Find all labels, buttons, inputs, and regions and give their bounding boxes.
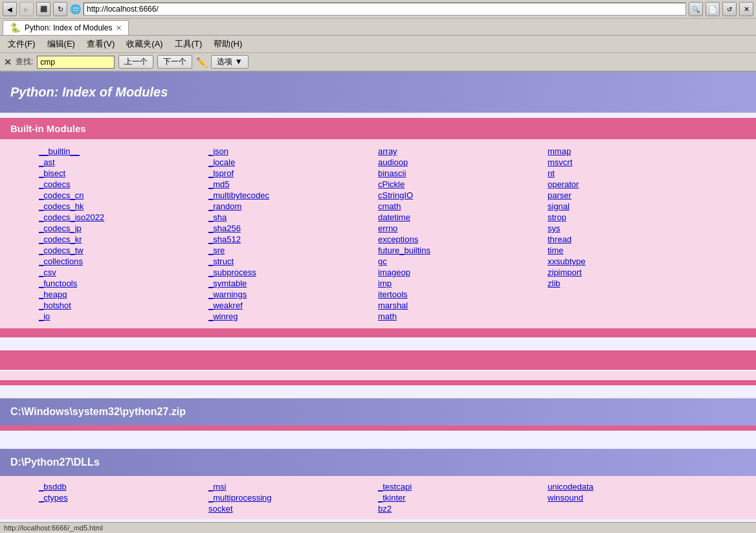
module-link[interactable]: _csv xyxy=(39,267,208,278)
reload-button[interactable]: ↺ xyxy=(722,2,737,16)
module-link[interactable]: parser xyxy=(548,190,717,201)
find-input[interactable] xyxy=(37,56,115,69)
module-link[interactable]: sys xyxy=(548,223,717,234)
menu-help[interactable]: 帮助(H) xyxy=(208,37,247,51)
module-link[interactable]: mmap xyxy=(548,146,717,157)
search-button[interactable]: 🔍 xyxy=(689,2,703,16)
module-link[interactable]: math xyxy=(378,311,548,322)
back-button[interactable]: ◀ xyxy=(3,2,17,16)
module-link[interactable]: operator xyxy=(548,179,717,190)
module-link[interactable]: cPickle xyxy=(378,179,548,190)
module-link[interactable]: _sha xyxy=(208,212,378,223)
module-link[interactable]: _md5 xyxy=(208,179,378,190)
refresh-button[interactable]: ↻ xyxy=(53,2,67,16)
module-link[interactable]: _random xyxy=(208,201,378,212)
module-link[interactable]: _functools xyxy=(39,278,208,289)
menu-favorites[interactable]: 收藏夹(A) xyxy=(121,37,168,51)
module-link[interactable]: socket xyxy=(208,503,378,514)
module-link[interactable]: _ctypes xyxy=(39,492,208,503)
module-link[interactable]: _codecs_kr xyxy=(39,234,208,245)
module-link[interactable]: _sre xyxy=(208,245,378,256)
module-link[interactable]: itertools xyxy=(378,289,548,300)
module-link[interactable]: time xyxy=(548,245,717,256)
page-content: Python: Index of Modules Built-in Module… xyxy=(0,72,756,525)
module-link[interactable]: _tkinter xyxy=(378,492,548,503)
module-link[interactable]: signal xyxy=(548,201,717,212)
zip-path-header: C:\Windows\system32\python27.zip xyxy=(0,398,756,425)
module-link[interactable]: _heapq xyxy=(39,289,208,300)
module-link[interactable]: _testcapi xyxy=(378,481,548,492)
module-link[interactable]: _json xyxy=(208,146,378,157)
spacer-3 xyxy=(0,436,756,444)
module-link[interactable]: _symtable xyxy=(208,278,378,289)
stop-button[interactable]: ⬛ xyxy=(36,2,50,16)
module-link[interactable]: unicodedata xyxy=(548,481,717,492)
module-link[interactable]: errno xyxy=(378,223,548,234)
module-link[interactable]: array xyxy=(378,146,548,157)
module-link[interactable]: binascii xyxy=(378,168,548,179)
module-link[interactable]: thread xyxy=(548,234,717,245)
module-link[interactable]: _codecs_hk xyxy=(39,201,208,212)
module-link[interactable]: strop xyxy=(548,212,717,223)
find-options-button[interactable]: 选项 ▼ xyxy=(211,55,248,69)
menu-edit[interactable]: 编辑(E) xyxy=(42,37,80,51)
module-link[interactable]: bz2 xyxy=(378,503,548,514)
module-link[interactable]: datetime xyxy=(378,212,548,223)
module-link[interactable]: _sha512 xyxy=(208,234,378,245)
module-link[interactable]: _collections xyxy=(39,256,208,267)
find-next-button[interactable]: 下一个 xyxy=(157,55,192,69)
menu-view[interactable]: 查看(V) xyxy=(82,37,120,51)
address-input[interactable] xyxy=(83,3,686,16)
close-nav-button[interactable]: ✕ xyxy=(739,2,753,16)
module-link[interactable]: _bisect xyxy=(39,168,208,179)
module-link[interactable]: _codecs_cn xyxy=(39,190,208,201)
module-link[interactable]: zipimport xyxy=(548,267,717,278)
module-col-2: _json _locale _lsprof _md5 _multibytecod… xyxy=(208,146,378,322)
module-link[interactable]: _codecs_jp xyxy=(39,223,208,234)
module-link[interactable]: _winreg xyxy=(208,311,378,322)
module-link[interactable]: xxsubtype xyxy=(548,256,717,267)
module-link[interactable]: cStringIO xyxy=(378,190,548,201)
menu-file[interactable]: 文件(F) xyxy=(3,37,41,51)
rss-button[interactable]: 📄 xyxy=(706,2,720,16)
dlls-path-section: D:\Python27\DLLs _bsddb _ctypes _msi _mu… xyxy=(0,449,756,519)
module-link[interactable]: _codecs xyxy=(39,179,208,190)
module-link[interactable]: cmath xyxy=(378,201,548,212)
module-link[interactable]: future_builtins xyxy=(378,245,548,256)
module-link[interactable]: _multiprocessing xyxy=(208,492,378,503)
module-link[interactable]: _lsprof xyxy=(208,168,378,179)
module-link[interactable]: _msi xyxy=(208,481,378,492)
tab-close-button[interactable]: ✕ xyxy=(116,24,122,32)
module-link[interactable]: imp xyxy=(378,278,548,289)
module-link[interactable]: _sha256 xyxy=(208,223,378,234)
module-link[interactable]: __builtin__ xyxy=(39,146,208,157)
module-link[interactable]: gc xyxy=(378,256,548,267)
module-link[interactable]: _weakref xyxy=(208,300,378,311)
module-link[interactable]: imageop xyxy=(378,267,548,278)
zip-path-indicator xyxy=(0,425,756,431)
module-link[interactable]: zlib xyxy=(548,278,717,289)
menu-tools[interactable]: 工具(T) xyxy=(170,37,208,51)
module-link[interactable]: _hotshot xyxy=(39,300,208,311)
module-link[interactable]: audioop xyxy=(378,157,548,168)
module-link[interactable]: _io xyxy=(39,311,208,322)
module-link[interactable]: _subprocess xyxy=(208,267,378,278)
module-link[interactable]: msvcrt xyxy=(548,157,717,168)
module-link[interactable]: _struct xyxy=(208,256,378,267)
find-prev-button[interactable]: 上一个 xyxy=(118,55,153,69)
find-close-button[interactable]: ✕ xyxy=(4,57,12,67)
forward-button[interactable]: ▶ xyxy=(19,2,34,16)
dlls-col-4: unicodedata winsound xyxy=(548,481,717,514)
module-link[interactable]: _codecs_tw xyxy=(39,245,208,256)
module-link[interactable]: _locale xyxy=(208,157,378,168)
module-link[interactable]: _multibytecodec xyxy=(208,190,378,201)
module-link[interactable]: exceptions xyxy=(378,234,548,245)
module-link[interactable]: marshal xyxy=(378,300,548,311)
active-tab[interactable]: 🐍 Python: Index of Modules ✕ xyxy=(3,20,129,35)
module-link[interactable]: _codecs_iso2022 xyxy=(39,212,208,223)
module-link[interactable]: _warnings xyxy=(208,289,378,300)
module-link[interactable]: _bsddb xyxy=(39,481,208,492)
module-link[interactable]: winsound xyxy=(548,492,717,503)
module-link[interactable]: nt xyxy=(548,168,717,179)
module-link[interactable]: _ast xyxy=(39,157,208,168)
